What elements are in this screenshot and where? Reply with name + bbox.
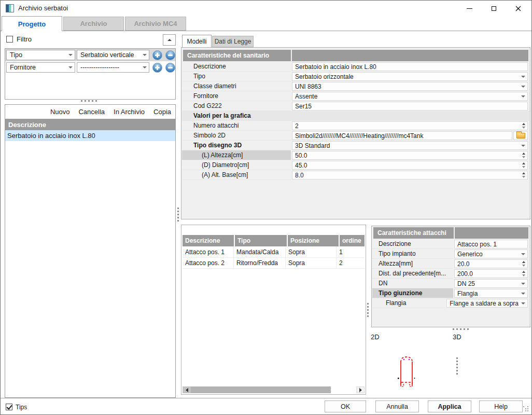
remove-filter-button[interactable] — [165, 50, 175, 60]
filter-field-combo[interactable]: Fornitore — [6, 62, 75, 73]
arrow-right-icon — [359, 388, 362, 392]
column-header-descrizione[interactable]: Descrizione — [183, 235, 234, 246]
ok-button[interactable]: OK — [325, 400, 366, 412]
chevron-down-icon — [519, 82, 527, 90]
spin-down-button[interactable] — [522, 127, 525, 129]
scroll-left-button[interactable] — [183, 386, 191, 393]
minimize-icon — [467, 8, 472, 9]
alt-base-stepper[interactable]: 8.0 — [292, 171, 528, 179]
filter-list-splitter[interactable] — [81, 100, 97, 102]
spin-down-button[interactable] — [522, 274, 525, 276]
remove-filter-button[interactable] — [165, 63, 175, 73]
spin-up-button[interactable] — [522, 153, 525, 155]
tips-checkbox[interactable] — [6, 404, 12, 410]
spin-down-button[interactable] — [522, 176, 525, 178]
collapse-panel-button[interactable] — [163, 34, 176, 46]
column-header-posizione[interactable]: Posizione — [288, 235, 339, 246]
grid-preview-splitter[interactable] — [453, 328, 469, 330]
scroll-right-button[interactable] — [356, 386, 365, 393]
prop-row-classe-diametri: Classe diametri UNI 8863 — [182, 81, 529, 91]
group-row-valori-grafica[interactable]: Valori per la grafica — [182, 111, 529, 121]
tips-label: Tips — [16, 404, 27, 411]
chevron-down-icon — [519, 73, 527, 80]
tipo-impianto-dropdown[interactable]: Generico — [454, 250, 528, 258]
copia-button[interactable]: Copia — [153, 108, 171, 116]
tab-archivio-mc4[interactable]: Archivio MC4 — [125, 17, 186, 31]
table-row[interactable]: Attacco pos. 1 Mandata/Calda Sopra 1 — [183, 247, 365, 258]
chevron-down-icon — [519, 289, 527, 297]
list-item-selected[interactable]: Serbatoio in acciaio inox L.80 — [5, 130, 175, 141]
tipo-giunzione-dropdown[interactable]: Flangia — [454, 289, 528, 298]
filtro-checkbox[interactable] — [6, 36, 13, 43]
add-filter-button[interactable] — [152, 63, 162, 73]
spin-up-button[interactable] — [522, 123, 525, 125]
in-archivio-button[interactable]: In Archivio — [114, 108, 145, 116]
tab-progetto[interactable]: Progetto — [2, 16, 62, 31]
filter-value-combo[interactable]: ------------------ — [77, 62, 149, 73]
fornitore-dropdown[interactable]: Assente — [292, 92, 528, 101]
preview-2d-3d-splitter[interactable] — [456, 357, 458, 375]
table-grid-splitter[interactable] — [367, 303, 369, 317]
minimize-button[interactable] — [457, 1, 482, 16]
attacco-grid-header-value — [455, 227, 528, 239]
applica-button[interactable]: Applica — [428, 400, 471, 412]
sanitario-property-grid: Caratteristiche del sanitario Descrizion… — [181, 47, 530, 219]
prop-row-simbolo-2d: Simbolo 2D Simboli2d////////MC4////////H… — [182, 131, 529, 141]
tipo-disegno-3d-dropdown[interactable]: 3D Standard — [292, 141, 528, 150]
chevron-down-icon — [519, 250, 527, 258]
add-filter-button[interactable] — [152, 50, 162, 60]
titlebar[interactable]: Archivio serbatoi — [1, 1, 531, 16]
column-header-tipo[interactable]: Tipo — [235, 235, 287, 246]
browse-symbol-button[interactable] — [513, 131, 528, 140]
tipo-dropdown[interactable]: Serbatoio orizzontale — [292, 72, 528, 81]
cod-g222-input[interactable]: Ser15 — [292, 102, 528, 110]
spin-up-button[interactable] — [522, 162, 525, 164]
filter-field-combo[interactable]: Tipo — [6, 50, 75, 60]
tab-modelli[interactable]: Modelli — [182, 35, 212, 47]
altezza-stepper[interactable]: 50.0 — [292, 151, 528, 160]
help-button[interactable]: Help — [479, 400, 523, 412]
prop-row-flangia: Flangia Flange a saldare a sopra — [372, 298, 529, 308]
spin-down-button[interactable] — [522, 156, 525, 158]
resize-grip[interactable] — [523, 406, 524, 407]
table-row[interactable]: Attacco pos. 2 Ritorno/Fredda Sopra 2 — [183, 258, 365, 269]
prop-row-tipo: Tipo Serbatoio orizzontale — [182, 72, 529, 81]
attacco-property-grid: Caratteristiche attacchi Descrizione Att… — [371, 226, 530, 327]
spin-up-button[interactable] — [522, 261, 525, 263]
spin-up-button[interactable] — [522, 172, 525, 174]
prop-row-dn: DN DN 25 — [372, 279, 529, 288]
prop-row-alt-base: (A) Alt. Base[cm] 8.0 — [182, 170, 529, 180]
tab-dati-di-legge[interactable]: Dati di Legge — [212, 36, 254, 47]
window-title: Archivio serbatoi — [18, 4, 68, 12]
attacco-descrizione-input[interactable]: Attacco pos. 1 — [454, 240, 528, 248]
tabbar-divider — [1, 31, 531, 31]
simbolo-2d-input[interactable]: Simboli2d////////MC4////////Heating/////… — [292, 131, 512, 140]
flangia-dropdown[interactable]: Flange a saldare a sopra — [446, 299, 528, 308]
diametro-stepper[interactable]: 45.0 — [292, 161, 528, 170]
close-button[interactable] — [506, 1, 530, 16]
app-icon — [6, 4, 14, 12]
dist-precedente-stepper[interactable]: 200.0 — [454, 269, 528, 278]
nuovo-button[interactable]: Nuovo — [50, 108, 70, 116]
dn-dropdown[interactable]: DN 25 — [454, 279, 528, 288]
annulla-button[interactable]: Annulla — [375, 400, 419, 412]
column-header-ordine[interactable]: ordine — [340, 235, 365, 246]
numero-attacchi-stepper[interactable]: 2 — [292, 121, 528, 130]
altezza-mm-stepper[interactable]: 20.0 — [454, 259, 528, 268]
cancella-button[interactable]: Cancella — [78, 108, 105, 116]
prop-row-numero-attacchi: Numero attacchi 2 — [182, 121, 529, 131]
spin-up-button[interactable] — [522, 271, 525, 273]
tab-archivio[interactable]: Archivio — [63, 17, 124, 31]
left-right-splitter[interactable] — [177, 208, 179, 222]
spin-down-button[interactable] — [522, 166, 525, 168]
filter-value-combo[interactable]: Serbatoio verticale — [77, 50, 149, 60]
maximize-button[interactable] — [482, 1, 506, 16]
preview-2d-label: 2D — [371, 333, 380, 341]
prop-row-dist-precedente: Dist. dal precedente[m... 200.0 — [372, 269, 529, 279]
scrollbar-track[interactable] — [331, 386, 356, 393]
descrizione-input[interactable]: Serbatoio in acciaio inox L.80 — [292, 62, 528, 71]
classe-diametri-dropdown[interactable]: UNI 8863 — [292, 82, 528, 91]
arrow-left-icon — [186, 388, 188, 392]
spin-down-button[interactable] — [522, 265, 525, 267]
scrollbar-thumb[interactable] — [191, 386, 331, 393]
